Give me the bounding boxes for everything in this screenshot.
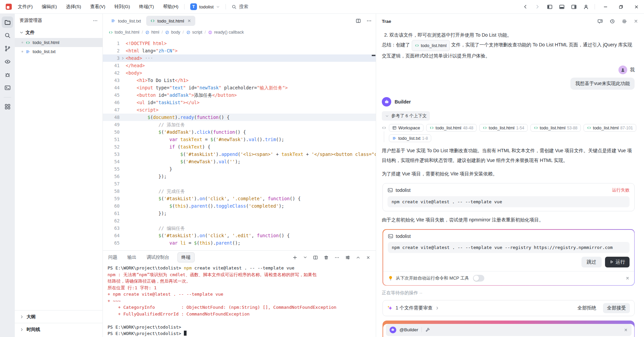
code-line-64: 64 $('#taskList').on('click', '.edit', f… bbox=[103, 232, 376, 239]
breadcrumb-html[interactable]: html bbox=[145, 30, 159, 35]
activity-debug[interactable] bbox=[2, 69, 13, 80]
fold-chevron-icon[interactable] bbox=[120, 54, 126, 62]
project-switcher[interactable]: T todolist bbox=[190, 3, 220, 10]
context-chip-todo_list.txt[interactable]: todo_list.txt1-8 bbox=[389, 134, 431, 142]
command-card-title: todolist bbox=[396, 187, 410, 193]
breadcrumb-ready() callback[interactable]: ready() callback bbox=[208, 30, 244, 35]
line-number: 65 bbox=[103, 239, 120, 247]
run-button[interactable]: 运行 bbox=[605, 257, 630, 267]
close-icon[interactable] bbox=[626, 276, 630, 280]
close-icon[interactable] bbox=[624, 328, 628, 332]
auto-run-toggle[interactable] bbox=[473, 275, 484, 282]
breadcrumb-body[interactable]: body bbox=[165, 30, 180, 35]
breadcrumb-script[interactable]: script bbox=[186, 30, 202, 35]
code-text: } bbox=[126, 165, 376, 173]
breadcrumb-todo_list.html[interactable]: todo_list.html bbox=[109, 30, 139, 35]
toggle-bottom-panel-button[interactable] bbox=[556, 0, 568, 13]
close-icon[interactable] bbox=[634, 19, 638, 24]
terminal-output[interactable]: PS E:\WORK\project\todolist> npm create … bbox=[103, 264, 376, 337]
file-chip[interactable]: todo_list.html bbox=[412, 40, 450, 51]
code-line-47: 47 <script> bbox=[103, 106, 376, 114]
back-button[interactable] bbox=[519, 0, 531, 13]
toggle-left-panel-button[interactable] bbox=[544, 0, 556, 13]
skip-button[interactable]: 跳过 bbox=[581, 257, 602, 267]
code-editor[interactable]: 1<!DOCTYPE html>2<html lang="zh-CN">3<he… bbox=[103, 37, 376, 250]
menu-终端(T)[interactable]: 终端(T) bbox=[139, 4, 154, 10]
context-chip-todo_list.html[interactable]: todo_list.html53-88 bbox=[530, 124, 581, 132]
timeline-section[interactable]: 时间线 bbox=[15, 323, 103, 336]
maximize-panel-icon[interactable] bbox=[356, 255, 360, 260]
activity-explorer[interactable] bbox=[2, 16, 13, 28]
context-chip-Workspace[interactable]: Workspace bbox=[389, 124, 424, 132]
menu-选择(S)[interactable]: 选择(S) bbox=[66, 4, 81, 10]
context-toggle[interactable]: 参考了 6 个上下文 bbox=[382, 111, 430, 121]
activity-source-control[interactable] bbox=[2, 43, 13, 54]
more-actions-icon[interactable] bbox=[366, 18, 372, 24]
play-icon bbox=[609, 260, 614, 264]
new-terminal-icon[interactable] bbox=[292, 255, 297, 260]
file-todo_list.html[interactable]: todo_list.html bbox=[15, 38, 103, 47]
kill-terminal-icon[interactable] bbox=[324, 255, 329, 260]
menu-编辑(E)[interactable]: 编辑(E) bbox=[42, 4, 57, 10]
user-message-bubble: 我想基于vue来实现此功能 bbox=[570, 78, 635, 90]
activity-apps[interactable] bbox=[2, 101, 13, 112]
close-window-button[interactable] bbox=[629, 0, 644, 13]
menu-转到(G)[interactable]: 转到(G) bbox=[114, 4, 130, 10]
code-text: $('#addTask').click(function() { bbox=[126, 128, 376, 136]
context-chip-todo_list.html[interactable]: todo_list.html87-101 bbox=[583, 124, 636, 132]
remote-terminal-icon bbox=[4, 85, 11, 91]
minimize-button[interactable] bbox=[598, 0, 613, 13]
panel-tab-输出[interactable]: 输出 bbox=[127, 254, 136, 260]
reject-all-button[interactable]: 全部拒绝 bbox=[573, 303, 600, 313]
more-actions-icon[interactable] bbox=[93, 18, 98, 23]
toggle-right-panel-button[interactable] bbox=[568, 0, 580, 13]
new-chat-icon[interactable] bbox=[597, 18, 603, 24]
chip-label: todo_list.html bbox=[489, 125, 515, 130]
tab-todo_list.txt[interactable]: todo_list.txt bbox=[107, 16, 145, 26]
close-tab-icon[interactable] bbox=[187, 19, 191, 23]
tab-todo_list.html[interactable]: todo_list.html bbox=[146, 16, 195, 26]
history-icon[interactable] bbox=[609, 18, 615, 24]
activity-remote-terminal[interactable] bbox=[2, 82, 13, 93]
code-line-49: 49 // 添加任务 bbox=[103, 121, 376, 128]
panel-tab-问题[interactable]: 问题 bbox=[108, 254, 117, 260]
terminal-settings-icon[interactable] bbox=[345, 255, 350, 260]
forward-button[interactable] bbox=[531, 0, 544, 13]
split-editor-icon[interactable] bbox=[356, 18, 361, 24]
gear-icon[interactable] bbox=[621, 18, 627, 24]
close-panel-icon[interactable] bbox=[366, 255, 370, 260]
outline-section[interactable]: 大纲 bbox=[15, 310, 103, 323]
fold-column bbox=[120, 121, 126, 128]
menu-文件(F)[interactable]: 文件(F) bbox=[18, 4, 33, 10]
context-chip-todo_list.html[interactable]: todo_list.html48-48 bbox=[426, 124, 477, 132]
global-search[interactable]: 搜索 bbox=[232, 4, 248, 10]
restore-icon bbox=[618, 4, 623, 9]
line-number: 57 bbox=[103, 180, 120, 187]
activity-search[interactable] bbox=[2, 30, 13, 41]
menu-帮助(H)[interactable]: 帮助(H) bbox=[163, 4, 178, 10]
file-todo_list.txt[interactable]: todo_list.txt bbox=[15, 47, 103, 56]
chat-input[interactable]: 您正在与 Builder 聊天 bbox=[383, 336, 634, 337]
terminal-dropdown-icon[interactable] bbox=[303, 255, 307, 259]
split-terminal-icon[interactable] bbox=[313, 255, 318, 260]
files-section-header[interactable]: 文件 bbox=[15, 27, 103, 38]
panel-tab-终端[interactable]: 终端 bbox=[177, 252, 195, 262]
more-actions-icon[interactable] bbox=[334, 255, 339, 260]
tools-icon[interactable] bbox=[425, 327, 430, 332]
account-button[interactable] bbox=[580, 0, 592, 13]
menu-查看(V)[interactable]: 查看(V) bbox=[90, 4, 105, 10]
panel-tab-调试控制台[interactable]: 调试控制台 bbox=[147, 254, 169, 260]
context-chip-todo_list.html[interactable]: todo_list.html1-54 bbox=[479, 124, 528, 132]
assistant-name: Builder bbox=[395, 99, 411, 104]
restore-button[interactable] bbox=[613, 0, 629, 13]
breadcrumb-separator: / bbox=[142, 30, 143, 35]
menu-bar: 文件(F)编辑(E)选择(S)查看(V)转到(G)终端(T)帮助(H) bbox=[18, 4, 178, 10]
terminal-cursor bbox=[184, 331, 187, 336]
code-text: if (taskText) { bbox=[126, 143, 376, 151]
code-text: $('#taskList').on('click', '.edit', func… bbox=[126, 232, 376, 239]
chip-label: todo_list.txt bbox=[398, 136, 420, 141]
fold-column bbox=[120, 217, 126, 224]
accept-all-button[interactable]: 全部接受 bbox=[603, 303, 630, 313]
activity-preview[interactable] bbox=[2, 56, 13, 67]
file-name: todo_list.html bbox=[33, 40, 59, 45]
